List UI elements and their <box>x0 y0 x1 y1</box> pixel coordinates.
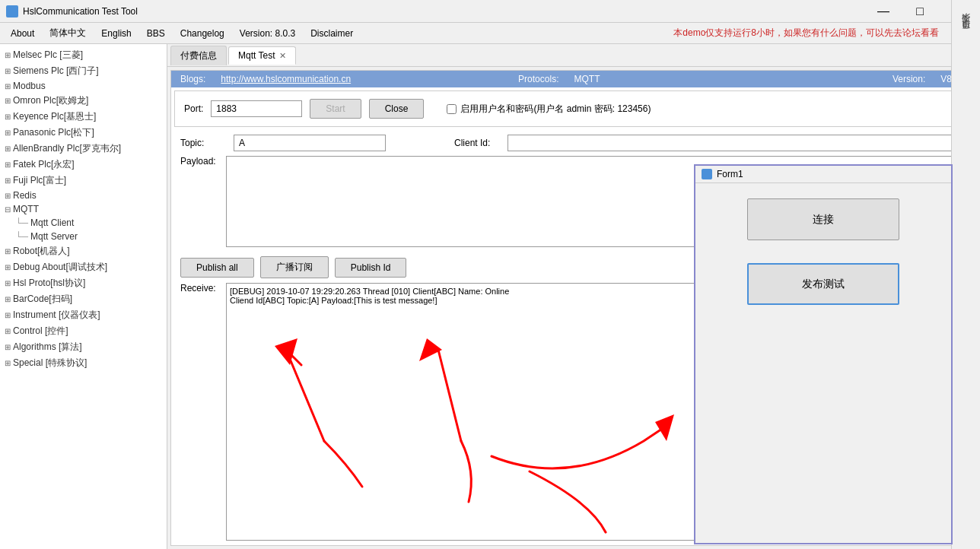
sidebar-item-instrument[interactable]: ⊞ Instrument [仪器仪表] <box>0 307 167 323</box>
expand-icon: ⊞ <box>5 192 11 200</box>
sidebar-item-robot[interactable]: ⊞ Robot[机器人] <box>0 243 167 259</box>
expand-icon: ⊞ <box>5 67 11 75</box>
sidebar-item-melsec[interactable]: ⊞ Melsec Plc [三菱] <box>0 47 167 63</box>
sidebar-item-control[interactable]: ⊞ Control [控件] <box>0 323 167 339</box>
sidebar-item-mqtt-client[interactable]: └─ Mqtt Client <box>0 216 167 230</box>
expand-icon: ⊞ <box>5 311 11 319</box>
app-title: HslCommunication Test Tool <box>23 6 138 17</box>
info-bar: Blogs: http://www.hslcommunication.cn Pr… <box>171 71 976 87</box>
blogs-label: Blogs: <box>180 74 205 84</box>
expand-icon: ⊞ <box>5 82 11 90</box>
client-id-input[interactable] <box>508 135 967 151</box>
sidebar-item-debug[interactable]: ⊞ Debug About[调试技术] <box>0 259 167 275</box>
publish-all-button[interactable]: Publish all <box>180 258 254 278</box>
menu-version: Version: 8.0.3 <box>232 25 303 42</box>
sidebar-item-barcode[interactable]: ⊞ BarCode[扫码] <box>0 291 167 307</box>
maximize-button[interactable]: □ <box>902 0 937 23</box>
auth-checkbox-label: 启用用户名和密码(用户名 admin 密码: 123456) <box>447 103 651 116</box>
sidebar-item-mqtt-server[interactable]: └─ Mqtt Server <box>0 230 167 243</box>
close-button[interactable]: Close <box>369 99 425 119</box>
auth-checkbox[interactable] <box>447 104 457 114</box>
sidebar-item-omron[interactable]: ⊞ Omron Plc[欧姆龙] <box>0 93 167 109</box>
expand-icon: ⊞ <box>5 279 11 287</box>
form1-title-text: Form1 <box>717 169 743 179</box>
version-label: Version: <box>892 74 925 84</box>
title-bar-left: HslCommunication Test Tool <box>6 5 138 17</box>
tab-bar: 付费信息 Mqtt Test ✕ ▼ <box>167 44 980 67</box>
receive-label: Receive: <box>180 283 226 541</box>
expand-icon: ⊞ <box>5 247 11 255</box>
client-id-label: Client Id: <box>454 138 500 148</box>
sidebar-item-modbus[interactable]: ⊞ Modbus <box>0 79 167 93</box>
expand-icon: ⊞ <box>5 343 11 351</box>
publish-id-button[interactable]: Publish Id <box>335 258 407 278</box>
topic-row: Topic: Client Id: <box>171 130 976 156</box>
port-label: Port: <box>184 103 203 114</box>
expand-icon: ⊟ <box>5 205 11 214</box>
menu-english[interactable]: English <box>94 25 138 42</box>
topic-input[interactable] <box>234 135 386 151</box>
sidebar-item-redis[interactable]: ⊞ Redis <box>0 189 167 202</box>
expand-icon: ⊞ <box>5 144 11 153</box>
menu-notice: 本demo仅支持运行8小时，如果您有什么问题，可以先去论坛看看 <box>673 27 977 40</box>
broadcast-button[interactable]: 广播订阅 <box>260 256 329 278</box>
sidebar-item-special[interactable]: ⊞ Special [特殊协议] <box>0 355 167 371</box>
menu-changelog[interactable]: Changelog <box>173 25 232 42</box>
tab-payment[interactable]: 付费信息 <box>170 46 227 65</box>
expand-icon: ⊞ <box>5 295 11 303</box>
menu-bbs[interactable]: BBS <box>139 25 173 42</box>
start-button[interactable]: Start <box>310 99 361 119</box>
form1-panel: Form1 连接 发布测试 <box>694 164 953 544</box>
sidebar-item-fuji[interactable]: ⊞ Fuji Plc[富士] <box>0 173 167 189</box>
expand-icon: ⊞ <box>5 176 11 185</box>
sidebar: ⊞ Melsec Plc [三菱] ⊞ Siemens Plc [西门子] ⊞ … <box>0 44 167 549</box>
tree-branch-icon: └─ <box>15 217 28 228</box>
form1-title-bar: Form1 <box>695 166 951 183</box>
expand-icon: ⊞ <box>5 51 11 59</box>
port-input[interactable] <box>211 100 302 117</box>
expand-icon: ⊞ <box>5 359 11 367</box>
sidebar-item-allen[interactable]: ⊞ AllenBrandly Plc[罗克韦尔] <box>0 141 167 157</box>
publish-test-button[interactable]: 发布测试 <box>747 263 899 305</box>
expand-icon: ⊞ <box>5 113 11 121</box>
expand-icon: ⊞ <box>5 97 11 105</box>
sidebar-item-mqtt[interactable]: ⊟ MQTT <box>0 202 167 216</box>
form1-body: 连接 发布测试 <box>695 183 951 320</box>
tab-close-icon[interactable]: ✕ <box>279 51 286 61</box>
minimize-button[interactable]: — <box>866 0 901 23</box>
sidebar-item-siemens[interactable]: ⊞ Siemens Plc [西门子] <box>0 63 167 79</box>
sidebar-item-fatek[interactable]: ⊞ Fatek Plc[永宏] <box>0 157 167 173</box>
app-icon <box>6 5 18 17</box>
blogs-url[interactable]: http://www.hslcommunication.cn <box>221 74 351 84</box>
tab-mqtt-test[interactable]: Mqtt Test ✕ <box>228 46 296 65</box>
sidebar-item-panasonic[interactable]: ⊞ Panasonic Plc[松下] <box>0 125 167 141</box>
menu-about[interactable]: About <box>3 25 42 42</box>
protocols-value: MQTT <box>574 74 600 84</box>
port-row: Port: Start Close 启用用户名和密码(用户名 admin 密码:… <box>174 90 973 127</box>
sidebar-item-hsl[interactable]: ⊞ Hsl Proto[hsl协议] <box>0 275 167 291</box>
tree-branch-icon: └─ <box>15 231 28 242</box>
menu-disclaimer[interactable]: Disclaimer <box>303 25 361 42</box>
right-panel: 杂项 项目 <box>951 0 980 549</box>
topic-label: Topic: <box>180 138 226 148</box>
menu-bar: About 简体中文 English BBS Changelog Version… <box>0 23 980 44</box>
expand-icon: ⊞ <box>5 327 11 335</box>
sidebar-item-algorithms[interactable]: ⊞ Algorithms [算法] <box>0 339 167 355</box>
form1-icon <box>702 169 712 179</box>
menu-chinese[interactable]: 简体中文 <box>42 24 94 43</box>
sidebar-item-keyence[interactable]: ⊞ Keyence Plc[基恩士] <box>0 109 167 125</box>
protocols-label: Protocols: <box>518 74 558 84</box>
expand-icon: ⊞ <box>5 263 11 271</box>
expand-icon: ⊞ <box>5 160 11 169</box>
connect-button[interactable]: 连接 <box>747 198 899 240</box>
title-bar: HslCommunication Test Tool — □ ✕ <box>0 0 980 23</box>
expand-icon: ⊞ <box>5 129 11 137</box>
payload-label: Payload: <box>180 156 226 247</box>
